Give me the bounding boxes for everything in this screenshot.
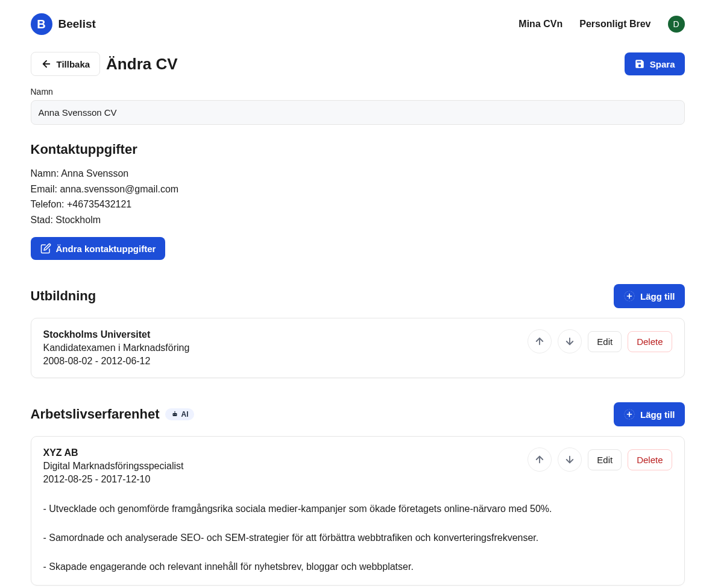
education-card: Stockholms Universitet Kandidatexamen i … xyxy=(31,318,685,378)
experience-section: Arbetslivserfarenhet AI Lägg till XYZ AB… xyxy=(31,402,685,586)
experience-bullet: - Samordnade och analyserade SEO- och SE… xyxy=(43,531,552,545)
arrow-up-icon xyxy=(534,336,545,347)
experience-role: Digital Marknadsföringsspecialist xyxy=(43,461,528,472)
experience-card: XYZ AB Digital Marknadsföringsspecialist… xyxy=(31,436,685,586)
experience-card-top: XYZ AB Digital Marknadsföringsspecialist… xyxy=(43,447,672,485)
experience-bullet: - Utvecklade och genomförde framgångsrik… xyxy=(43,502,552,516)
arrow-left-icon xyxy=(41,58,52,69)
logo[interactable]: B Beelist xyxy=(31,13,96,35)
contact-name-label: Namn: xyxy=(31,168,59,179)
experience-card-content: XYZ AB Digital Marknadsföringsspecialist… xyxy=(43,447,528,485)
name-input[interactable] xyxy=(31,100,685,125)
edit-contact-label: Ändra kontaktuppgifter xyxy=(56,244,156,254)
add-experience-button[interactable]: Lägg till xyxy=(614,402,685,426)
contact-phone-label: Telefon: xyxy=(31,199,65,209)
page-title: Ändra CV xyxy=(106,55,177,74)
contact-city-label: Stad: xyxy=(31,215,53,225)
add-education-label: Lägg till xyxy=(640,291,675,302)
education-section: Utbildning Lägg till Stockholms Universi… xyxy=(31,284,685,378)
name-field-wrap: Namn xyxy=(31,87,685,125)
back-button[interactable]: Tillbaka xyxy=(31,52,101,76)
arrow-down-icon xyxy=(564,336,575,347)
experience-company: XYZ AB xyxy=(43,447,528,458)
arrow-down-icon xyxy=(564,454,575,465)
ai-badge-label: AI xyxy=(181,410,188,419)
experience-header-left: Arbetslivserfarenhet AI xyxy=(31,406,195,422)
contact-email-value: anna.svensson@gmail.com xyxy=(60,184,178,194)
svg-point-8 xyxy=(175,411,176,413)
svg-point-5 xyxy=(174,414,174,415)
avatar[interactable]: D xyxy=(668,16,685,33)
experience-card-actions: Edit Delete xyxy=(528,447,672,472)
experience-dates: 2012-08-25 - 2017-12-10 xyxy=(43,474,528,485)
pen-square-icon xyxy=(40,243,51,254)
education-card-actions: Edit Delete xyxy=(528,329,672,353)
svg-rect-4 xyxy=(173,413,177,416)
contact-details: Namn: Anna Svensson Email: anna.svensson… xyxy=(31,166,685,227)
education-dates: 2008-08-02 - 2012-06-12 xyxy=(43,356,528,367)
nav-link-personligt-brev[interactable]: Personligt Brev xyxy=(579,19,650,30)
experience-body: - Utvecklade och genomförde framgångsrik… xyxy=(43,502,552,574)
svg-point-6 xyxy=(175,414,176,415)
experience-bullet: - Skapade engagerande och relevant inneh… xyxy=(43,560,552,574)
plus-circle-icon xyxy=(623,290,635,302)
add-education-button[interactable]: Lägg till xyxy=(614,284,685,308)
back-button-label: Tillbaka xyxy=(57,59,90,69)
contact-city: Stad: Stockholm xyxy=(31,212,685,228)
education-delete-button[interactable]: Delete xyxy=(628,331,672,352)
plus-circle-icon xyxy=(623,408,635,420)
edit-contact-button[interactable]: Ändra kontaktuppgifter xyxy=(31,237,166,260)
experience-edit-button[interactable]: Edit xyxy=(588,449,622,470)
nav-link-mina-cvn[interactable]: Mina CVn xyxy=(518,19,562,30)
experience-delete-button[interactable]: Delete xyxy=(628,449,672,470)
save-icon xyxy=(634,58,645,69)
contact-email: Email: anna.svensson@gmail.com xyxy=(31,182,685,197)
experience-move-up-button[interactable] xyxy=(528,447,552,472)
header-row: Tillbaka Ändra CV Spara xyxy=(31,52,685,76)
logo-text: Beelist xyxy=(58,17,96,31)
contact-section: Kontaktuppgifter Namn: Anna Svensson Ema… xyxy=(31,142,685,260)
contact-email-label: Email: xyxy=(31,184,57,194)
robot-icon xyxy=(171,411,178,418)
experience-section-title: Arbetslivserfarenhet xyxy=(31,406,160,422)
arrow-up-icon xyxy=(534,454,545,465)
header-left: Tillbaka Ändra CV xyxy=(31,52,178,76)
experience-header: Arbetslivserfarenhet AI Lägg till xyxy=(31,402,685,426)
education-move-up-button[interactable] xyxy=(528,329,552,353)
add-experience-label: Lägg till xyxy=(640,409,675,420)
logo-icon: B xyxy=(31,13,52,35)
ai-badge[interactable]: AI xyxy=(165,408,194,420)
nav-right: Mina CVn Personligt Brev D xyxy=(518,16,684,33)
contact-city-value: Stockholm xyxy=(55,215,101,225)
education-school: Stockholms Universitet xyxy=(43,329,528,340)
education-edit-button[interactable]: Edit xyxy=(588,331,622,352)
education-header: Utbildning Lägg till xyxy=(31,284,685,308)
contact-phone: Telefon: +46735432121 xyxy=(31,197,685,212)
save-button[interactable]: Spara xyxy=(625,52,685,75)
experience-move-down-button[interactable] xyxy=(558,447,582,472)
education-card-content: Stockholms Universitet Kandidatexamen i … xyxy=(43,329,528,367)
navbar: B Beelist Mina CVn Personligt Brev D xyxy=(31,6,685,52)
education-section-title: Utbildning xyxy=(31,288,96,304)
contact-name: Namn: Anna Svensson xyxy=(31,166,685,182)
education-degree: Kandidatexamen i Marknadsföring xyxy=(43,343,528,353)
name-field-label: Namn xyxy=(31,87,685,96)
save-button-label: Spara xyxy=(650,59,675,69)
contact-phone-value: +46735432121 xyxy=(67,199,131,209)
contact-section-title: Kontaktuppgifter xyxy=(31,142,685,157)
contact-name-value: Anna Svensson xyxy=(61,168,128,179)
education-move-down-button[interactable] xyxy=(558,329,582,353)
